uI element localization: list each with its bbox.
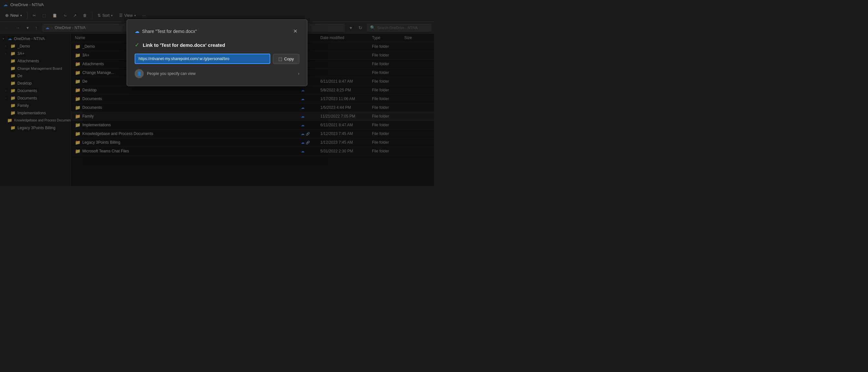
link-row: ⬚ Copy xyxy=(135,54,299,64)
dialog-title: ☁ Share "Test for demo.docx" xyxy=(135,28,197,34)
user-icon: 👤 xyxy=(137,71,142,76)
copy-link-icon: ⬚ xyxy=(278,57,282,61)
dialog-close-button[interactable]: ✕ xyxy=(291,27,299,35)
success-text: Link to 'Test for demo.docx' created xyxy=(143,42,225,48)
permissions-row[interactable]: 👤 People you specify can view › xyxy=(135,69,299,78)
dialog-overlay: ☁ Share "Test for demo.docx" ✕ ✓ Link to… xyxy=(0,0,434,186)
permissions-chevron-icon: › xyxy=(298,71,299,76)
permissions-icon: 👤 xyxy=(135,69,144,78)
link-url-input[interactable] xyxy=(135,54,270,64)
onedrive-dialog-icon: ☁ xyxy=(135,28,140,34)
share-dialog: ☁ Share "Test for demo.docx" ✕ ✓ Link to… xyxy=(127,20,307,86)
permissions-text: People you specify can view xyxy=(147,71,295,76)
checkmark-icon: ✓ xyxy=(135,41,140,49)
success-message: ✓ Link to 'Test for demo.docx' created xyxy=(135,41,299,49)
copy-link-button[interactable]: ⬚ Copy xyxy=(273,54,299,64)
dialog-title-bar: ☁ Share "Test for demo.docx" ✕ xyxy=(135,27,299,35)
